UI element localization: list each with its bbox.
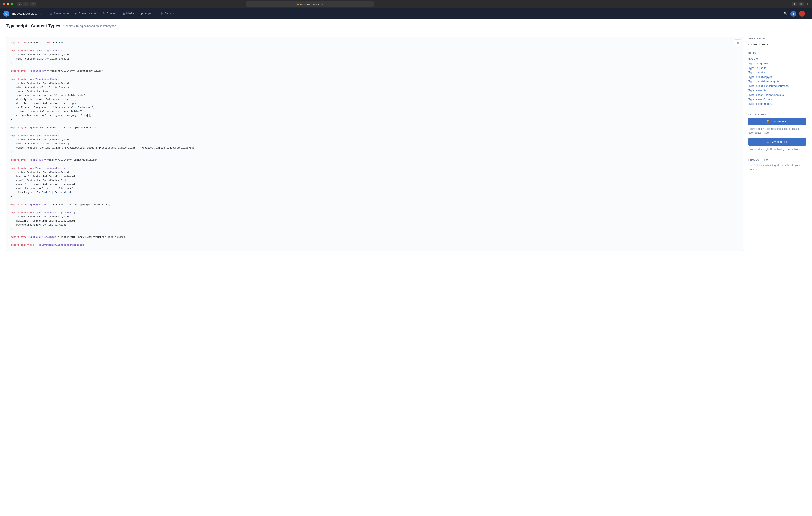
files-list: index.ts TypeCategory.ts TypeCourse.ts T… [749, 57, 806, 106]
nav-item-content-model[interactable]: ◈ Content model [71, 8, 99, 19]
home-icon: ⌂ [50, 12, 52, 15]
new-tab-button[interactable]: + [805, 2, 809, 6]
nav-label-media: Media [126, 12, 134, 15]
page-title: Typescript - Content Types [6, 24, 60, 28]
window-nav-buttons: ‹ › ⊞ [17, 2, 36, 6]
nav-item-space-home[interactable]: ⌂ Space home [47, 8, 71, 19]
page-header: Typescript - Content Types Generate TS t… [0, 19, 812, 32]
nav-label-content-model: Content model [79, 12, 96, 15]
avatar[interactable] [799, 11, 805, 17]
apps-dropdown-arrow: ▾ [153, 12, 154, 15]
file-link-typelayout[interactable]: TypeLayout.ts [749, 70, 806, 75]
top-navigation: C The example project ≡ ⌂ Space home ◈ C… [0, 8, 812, 19]
share-button[interactable]: ⬆ [791, 2, 797, 6]
notification-count: 6 [793, 12, 794, 15]
project-info-text: Use CLI version to integrate directly wi… [749, 163, 806, 171]
divider-downloads [749, 109, 806, 109]
file-link-index[interactable]: index.ts [749, 57, 806, 61]
notifications-button[interactable]: 6 [790, 11, 796, 17]
main-navigation: ⌂ Space home ◈ Content model ✎ Content ⊞… [47, 8, 784, 19]
file-link-typelessoncodesnippets[interactable]: TypeLessonCodeSnippets.ts [749, 92, 806, 97]
reader-view-button[interactable]: ⊞ [30, 2, 36, 6]
download-file-label: Download file [771, 140, 787, 143]
download-zip-icon: 📦 [766, 120, 770, 123]
file-link-typelayoutheroimage[interactable]: TypeLayoutHeroImage.ts [749, 79, 806, 84]
address-text: app.contentful.com [300, 3, 320, 5]
media-icon: ⊞ [122, 12, 125, 15]
traffic-light-yellow[interactable] [7, 3, 9, 5]
forward-button[interactable]: › [23, 2, 29, 6]
single-file-label: SINGLE FILE [749, 37, 806, 40]
project-info-label: PROJECT INFO [749, 159, 806, 161]
reload-icon: ↻ [321, 3, 323, 5]
address-bar[interactable]: 🔒 app.contentful.com ↻ [246, 1, 374, 7]
nav-item-content[interactable]: ✎ Content [99, 8, 119, 19]
lock-icon: 🔒 [296, 3, 299, 5]
window-actions: ⬆ ⧉ + [791, 2, 809, 6]
nav-item-settings[interactable]: ⚙ Settings ▾ [157, 8, 181, 19]
nav-item-media[interactable]: ⊞ Media [119, 8, 137, 19]
download-zip-description: Download a zip file including separate f… [749, 127, 806, 135]
nav-label-space-home: Space home [53, 12, 69, 15]
page-container: Typescript - Content Types Generate TS t… [0, 19, 812, 516]
file-link-typelessonimage[interactable]: TypeLessonImage.ts [749, 102, 806, 106]
traffic-light-green[interactable] [11, 3, 13, 5]
hamburger-menu-button[interactable]: ≡ [38, 11, 44, 16]
brand-title: The example project [11, 12, 37, 15]
settings-dropdown-arrow: ▾ [177, 12, 178, 15]
download-file-button[interactable]: ⬇ Download file [749, 138, 806, 145]
single-file-name: content-types.ts [749, 42, 806, 48]
brand-logo: C [3, 11, 9, 17]
content-model-icon: ◈ [75, 12, 77, 15]
content-icon: ✎ [103, 12, 105, 15]
right-sidebar: SINGLE FILE content-types.ts FILES index… [749, 37, 806, 171]
window-chrome: ‹ › ⊞ 🔒 app.contentful.com ↻ ⬆ ⧉ + [0, 0, 812, 8]
traffic-light-red[interactable] [3, 3, 5, 5]
settings-icon: ⚙ [161, 12, 163, 15]
search-button[interactable]: 🔍 [784, 11, 788, 16]
nav-item-apps[interactable]: ⚡ Apps ▾ [137, 8, 157, 19]
cli-link[interactable]: CLI [754, 164, 758, 167]
copy-button[interactable]: ⧉ [734, 39, 741, 46]
code-content: import * as Contentful from "contentful"… [6, 37, 743, 250]
nav-right-actions: 🔍 6 ▾ [784, 11, 809, 17]
download-zip-label: Download zip [772, 120, 788, 123]
page-subtitle: Generate TS types based on content types [63, 24, 116, 28]
download-file-icon: ⬇ [767, 140, 769, 143]
downloads-label: DOWNLOADS [749, 113, 806, 116]
file-link-typecourse[interactable]: TypeCourse.ts [749, 66, 806, 70]
apps-icon: ⚡ [140, 12, 144, 15]
file-link-typelessoncopy[interactable]: TypeLessonCopy.ts [749, 97, 806, 102]
tab-manager-button[interactable]: ⧉ [799, 2, 804, 6]
brand-logo-text: C [5, 12, 7, 16]
download-zip-button[interactable]: 📦 Download zip [749, 118, 806, 125]
nav-label-apps: Apps [145, 12, 151, 15]
nav-label-content: Content [107, 12, 116, 15]
code-panel: ⧉ import * as Contentful from "contentfu… [6, 37, 743, 251]
files-label: FILES [749, 52, 806, 55]
file-link-typelayoutcopy[interactable]: TypeLayoutCopy.ts [749, 75, 806, 79]
download-file-description: Download a single file with all types co… [749, 147, 806, 151]
avatar-dropdown-arrow[interactable]: ▾ [808, 12, 809, 15]
copy-icon: ⧉ [736, 41, 738, 45]
file-link-typelesson[interactable]: TypeLesson.ts [749, 88, 806, 92]
back-button[interactable]: ‹ [17, 2, 22, 6]
page-body: ⧉ import * as Contentful from "contentfu… [0, 32, 812, 256]
file-link-typecategory[interactable]: TypeCategory.ts [749, 61, 806, 66]
file-link-typelayouthighlightedcourse[interactable]: TypeLayoutHighlightedCourse.ts [749, 84, 806, 88]
nav-label-settings: Settings [165, 12, 175, 15]
brand: C The example project [3, 11, 37, 17]
notification-badge: 6 [790, 11, 796, 17]
traffic-lights [3, 3, 13, 5]
